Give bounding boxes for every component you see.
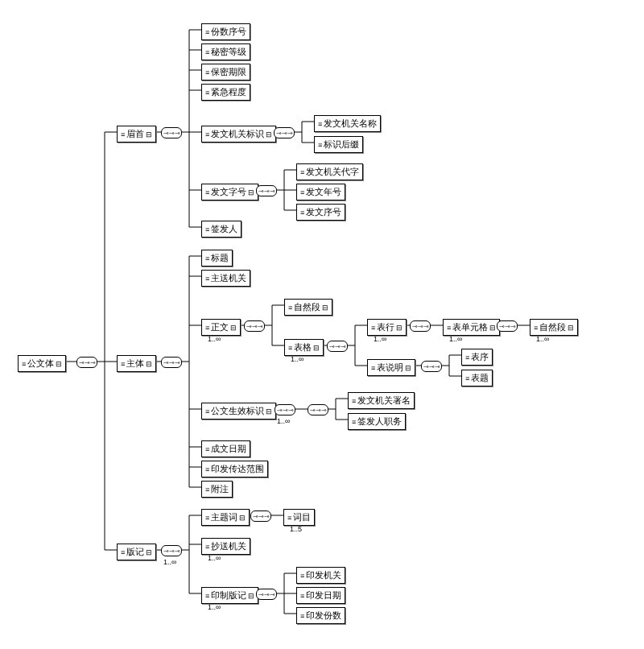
connector-zhuticizu: ⊸⊸⊸ <box>250 511 271 522</box>
connector-zhuti: ⊸⊸⊸ <box>161 357 182 368</box>
label: 主送机关 <box>211 272 246 284</box>
label: 主题词 <box>211 511 237 523</box>
label: 成文日期 <box>211 443 246 455</box>
card-biaoge: 1..∞ <box>291 355 303 363</box>
connector-biaoshuoming: ⊸⊸⊸ <box>421 361 442 372</box>
label: 表单元格 <box>452 321 488 333</box>
label: 发文序号 <box>306 206 341 218</box>
node-yinfa-fanwei[interactable]: 印发传达范围 <box>201 461 268 477</box>
label: 印发机关 <box>306 569 341 581</box>
node-danyuange[interactable]: 表单元格 <box>443 319 500 336</box>
label: 表格 <box>294 341 312 353</box>
label: 印发传达范围 <box>211 463 264 475</box>
label: 发文机关标识 <box>211 128 264 140</box>
node-ziranduan2[interactable]: 自然段 <box>530 319 578 336</box>
node-biaoxu[interactable]: 表序 <box>461 349 493 366</box>
connector-shengxiao-2: ⊸⊸⊸ <box>308 404 328 415</box>
connector-root: ⊸⊸⊸ <box>76 357 97 368</box>
label: 印发日期 <box>306 589 341 601</box>
node-banji[interactable]: 版记 <box>117 544 156 560</box>
node-root[interactable]: 公文体 <box>18 355 66 372</box>
node-miji[interactable]: 秘密等级 <box>201 43 250 60</box>
node-fawen-zihao[interactable]: 发文字号 <box>201 184 258 200</box>
connector-meishou: ⊸⊸⊸ <box>161 127 182 138</box>
label: 紧急程度 <box>211 86 246 98</box>
node-yinfa-riqi[interactable]: 印发日期 <box>296 587 345 604</box>
label: 公文体 <box>27 358 54 370</box>
label: 正文 <box>211 321 229 333</box>
card-zhengwen: 1..∞ <box>208 335 221 343</box>
label: 表题 <box>471 372 489 384</box>
node-meishou[interactable]: 眉首 <box>117 126 156 143</box>
label: 发文年号 <box>306 186 341 198</box>
card-ziranduan2: 1..∞ <box>536 335 549 343</box>
node-yinfa-fenshu[interactable]: 印发份数 <box>296 607 345 624</box>
node-baomi[interactable]: 保密期限 <box>201 64 250 81</box>
connector-fawen-zihao: ⊸⊸⊸ <box>256 185 277 196</box>
node-jinji[interactable]: 紧急程度 <box>201 84 250 101</box>
label: 印制版记 <box>211 589 246 601</box>
label: 发文机关代字 <box>306 166 359 178</box>
node-zhuti[interactable]: 主体 <box>117 355 156 372</box>
label: 发文机关名称 <box>324 118 377 130</box>
node-yinzhi[interactable]: 印制版记 <box>201 587 258 604</box>
card-banji: 1..∞ <box>163 558 176 566</box>
label: 抄送机关 <box>211 540 246 552</box>
connector-banji: ⊸⊸⊸ <box>161 545 182 556</box>
connector-fawen-biaoshi: ⊸⊸⊸ <box>274 127 295 138</box>
label: 自然段 <box>294 301 320 313</box>
node-biaoti2[interactable]: 表题 <box>461 370 493 387</box>
label: 发文字号 <box>211 186 246 198</box>
node-biaoti[interactable]: 标题 <box>201 250 233 267</box>
card-shengxiao: 1..∞ <box>277 417 290 425</box>
node-biaoge[interactable]: 表格 <box>284 339 324 356</box>
connector-biaoge: ⊸⊸⊸ <box>327 341 348 352</box>
node-biaohang[interactable]: 表行 <box>367 319 407 336</box>
card-biaohang: 1..∞ <box>374 335 386 343</box>
node-zhusong[interactable]: 主送机关 <box>201 270 250 287</box>
label: 主体 <box>126 358 144 370</box>
node-yinfa-jiguan[interactable]: 印发机关 <box>296 567 345 584</box>
connector-danyuange: ⊸⊸⊸ <box>497 320 518 332</box>
node-fawen-mingcheng[interactable]: 发文机关名称 <box>314 115 381 132</box>
node-qianfaren[interactable]: 签发人 <box>201 221 242 238</box>
node-fawen-biaoshi[interactable]: 发文机关标识 <box>201 126 276 143</box>
node-chaosong[interactable]: 抄送机关 <box>201 538 250 555</box>
label: 眉首 <box>126 128 144 140</box>
card-cimu: 1..5 <box>290 525 302 533</box>
node-shuming[interactable]: 发文机关署名 <box>348 392 415 409</box>
node-biaoshuoming[interactable]: 表说明 <box>367 359 415 376</box>
card-yinzhi: 1..∞ <box>208 603 221 611</box>
label: 印发份数 <box>306 610 341 622</box>
node-zhengwen[interactable]: 正文 <box>201 319 241 336</box>
connector-zhengwen: ⊸⊸⊸ <box>244 320 265 332</box>
connector-biaohang: ⊸⊸⊸ <box>410 320 431 332</box>
node-fawen-nianhao[interactable]: 发文年号 <box>296 184 345 200</box>
label: 秘密等级 <box>211 46 246 58</box>
card-chaosong: 1..∞ <box>208 554 221 562</box>
label: 词目 <box>293 511 311 523</box>
label: 标识后缀 <box>324 138 359 151</box>
node-cimu[interactable]: 词目 <box>283 509 315 526</box>
node-biaoshi-houzhui[interactable]: 标识后缀 <box>314 136 363 153</box>
label: 标题 <box>211 252 229 264</box>
label: 保密期限 <box>211 66 246 78</box>
label: 份数序号 <box>211 26 246 38</box>
node-zhiwu[interactable]: 签发人职务 <box>348 413 406 430</box>
node-fuzhu[interactable]: 附注 <box>201 481 233 498</box>
label: 公文生效标识 <box>211 405 264 417</box>
node-fawen-xuhao[interactable]: 发文序号 <box>296 204 345 221</box>
card-danyuange: 1..∞ <box>449 335 462 343</box>
label: 表序 <box>471 351 489 363</box>
label: 自然段 <box>539 321 566 333</box>
connector-shengxiao-1: ⊸⊸⊸ <box>275 404 295 415</box>
node-ziranduan[interactable]: 自然段 <box>284 299 332 316</box>
node-fenshu[interactable]: 份数序号 <box>201 23 250 40</box>
node-fawen-daizi[interactable]: 发文机关代字 <box>296 163 363 180</box>
label: 附注 <box>211 483 229 495</box>
node-chengwen[interactable]: 成文日期 <box>201 440 250 457</box>
node-zhuticizu[interactable]: 主题词 <box>201 509 250 526</box>
label: 签发人职务 <box>357 415 402 428</box>
node-shengxiao[interactable]: 公文生效标识 <box>201 403 276 420</box>
label: 表行 <box>377 321 394 333</box>
